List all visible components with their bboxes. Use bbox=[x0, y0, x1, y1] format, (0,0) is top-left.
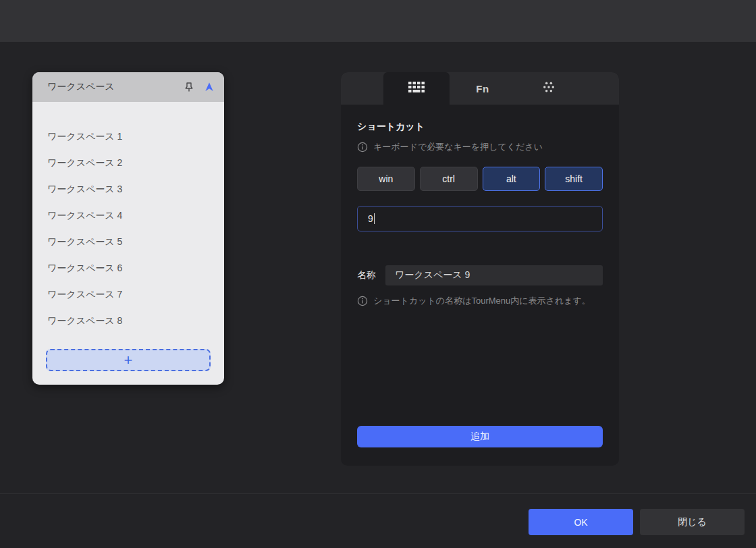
modifier-row: win ctrl alt shift bbox=[357, 167, 603, 191]
name-input[interactable] bbox=[385, 265, 603, 285]
name-row: 名称 bbox=[357, 265, 603, 285]
workspace-list-item[interactable]: ワークスペース 1 bbox=[32, 124, 224, 150]
modifier-win[interactable]: win bbox=[357, 167, 415, 191]
workspace-list-item[interactable]: ワークスペース 6 bbox=[32, 255, 224, 281]
workspace-list-item[interactable]: ワークスペース 4 bbox=[32, 202, 224, 229]
workspace-list-item[interactable]: ワークスペース 3 bbox=[32, 176, 224, 202]
name-hint-text: ショートカットの名称はTourMenu内に表示されます。 bbox=[373, 295, 591, 307]
dial-dots-icon bbox=[542, 80, 556, 97]
text-caret bbox=[374, 213, 375, 224]
modifier-ctrl[interactable]: ctrl bbox=[420, 167, 478, 191]
shortcut-heading: ショートカット bbox=[357, 121, 603, 133]
add-shortcut-button[interactable]: 追加 bbox=[357, 426, 603, 447]
shortcut-key-value: 9 bbox=[368, 213, 373, 224]
tab-keyboard[interactable] bbox=[383, 72, 450, 105]
workspace-panel-title: ワークスペース bbox=[47, 81, 182, 93]
name-label: 名称 bbox=[357, 269, 376, 281]
workspace-list-item[interactable]: ワークスペース 8 bbox=[32, 308, 224, 334]
info-icon bbox=[357, 296, 368, 306]
tab-fn[interactable]: Fn bbox=[450, 72, 516, 105]
workspace-panel-header: ワークスペース bbox=[32, 72, 224, 102]
footer-divider bbox=[0, 493, 756, 494]
keyboard-icon bbox=[408, 81, 425, 96]
arrow-up-icon[interactable] bbox=[202, 80, 216, 94]
ok-button[interactable]: OK bbox=[529, 509, 633, 535]
add-workspace-button[interactable]: + bbox=[46, 349, 211, 371]
top-bar bbox=[0, 0, 756, 42]
workspace-list-item[interactable]: ワークスペース 2 bbox=[32, 150, 224, 176]
name-hint: ショートカットの名称はTourMenu内に表示されます。 bbox=[357, 295, 603, 307]
workspace-list-item[interactable]: ワークスペース 5 bbox=[32, 229, 224, 255]
pin-icon[interactable] bbox=[182, 80, 196, 94]
workspace-panel: ワークスペース ワークスペース 1 ワークスペース 2 ワークスペース 3 ワー… bbox=[32, 72, 224, 385]
workspace-list-item[interactable]: ワークスペース 7 bbox=[32, 281, 224, 308]
info-icon bbox=[357, 142, 368, 153]
tab-strip-spacer bbox=[341, 72, 383, 105]
shortcut-hint: キーボードで必要なキーを押してください bbox=[357, 141, 603, 153]
modifier-shift[interactable]: shift bbox=[545, 167, 603, 191]
fn-label: Fn bbox=[476, 83, 489, 94]
shortcut-key-input[interactable]: 9 bbox=[357, 206, 603, 231]
plus-icon: + bbox=[124, 353, 133, 368]
modifier-alt[interactable]: alt bbox=[483, 167, 541, 191]
tab-dial[interactable] bbox=[516, 72, 582, 105]
shortcut-tab-strip: Fn bbox=[341, 72, 619, 105]
workspace-list: ワークスペース 1 ワークスペース 2 ワークスペース 3 ワークスペース 4 … bbox=[32, 102, 224, 334]
shortcut-panel: Fn ショートカット キーボー bbox=[341, 72, 619, 466]
shortcut-hint-text: キーボードで必要なキーを押してください bbox=[373, 141, 543, 153]
close-button[interactable]: 閉じる bbox=[640, 509, 745, 535]
